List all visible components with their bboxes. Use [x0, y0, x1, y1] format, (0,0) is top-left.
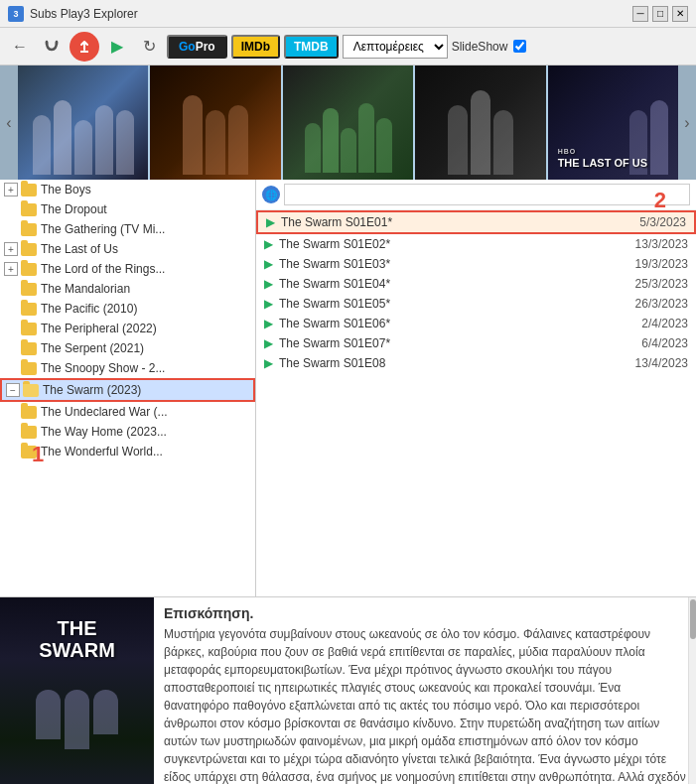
- tree-label-the-pacific: The Pacific (2010): [41, 302, 137, 316]
- tree-item-the-peripheral[interactable]: The Peripheral (2022): [0, 319, 255, 338]
- folder-icon-the-serpent: [21, 342, 37, 355]
- episode-name-s01e04: The Swarm S01E04*: [279, 277, 629, 291]
- figure-1: [36, 690, 61, 739]
- tree-label-the-way-home: The Way Home (2023...: [41, 425, 167, 439]
- episode-item-s01e06[interactable]: ▶The Swarm S01E06*2/4/2023: [256, 314, 696, 333]
- window-controls: ─ □ ✕: [632, 6, 688, 22]
- folder-icon-the-snoopy: [21, 362, 37, 375]
- episode-date-s01e06: 2/4/2023: [641, 317, 688, 330]
- magnet-icon: [43, 38, 61, 56]
- episode-item-s01e04[interactable]: ▶The Swarm S01E04*25/3/2023: [256, 274, 696, 294]
- play-button[interactable]: ▶: [103, 33, 131, 61]
- description-panel: THE SWARM Επισκόπηση. Μυστήρια γεγονότα …: [0, 596, 696, 784]
- tree-panel: +The BoysThe DropoutThe Gathering (TV Mi…: [0, 180, 256, 596]
- folder-icon-the-pacific: [21, 303, 37, 316]
- tree-label-the-dropout: The Dropout: [41, 202, 107, 216]
- close-button[interactable]: ✕: [672, 6, 688, 22]
- banner-images: HBO THE LAST OF US: [18, 65, 678, 180]
- tree-label-the-mandalorian: The Mandalorian: [41, 282, 130, 296]
- tree-expander-the-lord-of-the-rings[interactable]: +: [4, 262, 18, 276]
- episode-item-s01e08[interactable]: ▶The Swarm S01E0813/4/2023: [256, 353, 696, 373]
- gopro-button[interactable]: GoPro: [167, 35, 227, 59]
- folder-icon-the-dropout: [21, 203, 37, 216]
- tree-item-the-serpent[interactable]: The Serpent (2021): [0, 338, 255, 358]
- minimize-button[interactable]: ─: [632, 6, 648, 22]
- tree-item-the-swarm[interactable]: −The Swarm (2023): [0, 378, 255, 402]
- episode-date-s01e08: 13/4/2023: [635, 356, 688, 370]
- upload-button[interactable]: [70, 32, 99, 62]
- figure-2: [65, 690, 89, 749]
- tree-expander-the-swarm[interactable]: −: [6, 383, 20, 397]
- episode-item-s01e01[interactable]: ▶The Swarm S01E01*5/3/2023: [256, 210, 696, 234]
- show-thumbnail: THE SWARM: [0, 597, 154, 784]
- upload-icon: [76, 39, 92, 55]
- tree-item-the-wonderful-world[interactable]: The Wonderful World...: [0, 442, 255, 461]
- tree-item-the-mandalorian[interactable]: The Mandalorian: [0, 279, 255, 299]
- tree-item-the-boys[interactable]: +The Boys: [0, 180, 255, 199]
- search-bar: 🌐: [256, 180, 696, 210]
- tree-expander-the-wonderful-world: [4, 445, 18, 458]
- folder-icon-the-mandalorian: [21, 283, 37, 296]
- tmdb-button[interactable]: TMDB: [284, 35, 339, 59]
- episode-date-s01e01: 5/3/2023: [639, 215, 686, 229]
- tree-item-the-gathering[interactable]: The Gathering (TV Mi...: [0, 219, 255, 239]
- episode-date-s01e07: 6/4/2023: [641, 336, 688, 350]
- description-title: Επισκόπηση.: [164, 605, 686, 621]
- banner-image-2: [150, 65, 280, 180]
- banner-image-3: [283, 65, 413, 180]
- folder-icon-the-gathering: [21, 223, 37, 236]
- show-thumb-title: THE SWARM: [10, 617, 144, 661]
- banner-next-arrow[interactable]: ›: [678, 65, 696, 180]
- slideshow-checkbox[interactable]: [513, 40, 526, 53]
- tree-label-the-serpent: The Serpent (2021): [41, 341, 144, 355]
- episode-item-s01e05[interactable]: ▶The Swarm S01E05*26/3/2023: [256, 294, 696, 314]
- toolbar: ← ▶ ↻ GoPro IMDb TMDB Λεπτομέρειες Slide…: [0, 28, 696, 65]
- episode-list: ▶The Swarm S01E01*5/3/2023▶The Swarm S01…: [256, 210, 696, 596]
- tree-item-the-pacific[interactable]: The Pacific (2010): [0, 299, 255, 319]
- tree-item-the-dropout[interactable]: The Dropout: [0, 199, 255, 219]
- tree-label-the-last-of-us: The Last of Us: [41, 242, 118, 256]
- episode-name-s01e07: The Swarm S01E07*: [279, 336, 635, 350]
- magnet-button[interactable]: [38, 33, 66, 61]
- tree-item-the-undeclared-war[interactable]: The Undeclared War (...: [0, 402, 255, 422]
- episode-date-s01e05: 26/3/2023: [635, 297, 688, 311]
- tree-expander-the-boys[interactable]: +: [4, 183, 18, 196]
- search-input[interactable]: [284, 184, 690, 205]
- tree-label-the-snoopy: The Snoopy Show - 2...: [41, 361, 165, 375]
- refresh-button[interactable]: ↻: [135, 33, 163, 61]
- back-button[interactable]: ←: [6, 33, 34, 61]
- imdb-button[interactable]: IMDb: [231, 35, 280, 59]
- maximize-button[interactable]: □: [652, 6, 668, 22]
- folder-icon-the-undeclared-war: [21, 406, 37, 419]
- app-title: Subs Play3 Explorer: [30, 7, 138, 21]
- episode-item-s01e02[interactable]: ▶The Swarm S01E02*13/3/2023: [256, 234, 696, 254]
- tree-expander-the-last-of-us[interactable]: +: [4, 242, 18, 256]
- tree-label-the-lord-of-the-rings: The Lord of the Rings...: [41, 262, 165, 276]
- tree-label-the-undeclared-war: The Undeclared War (...: [41, 405, 168, 419]
- tree-label-the-swarm: The Swarm (2023): [43, 383, 141, 397]
- folder-icon-the-lord-of-the-rings: [21, 263, 37, 276]
- tree-label-the-peripheral: The Peripheral (2022): [41, 322, 157, 335]
- tree-expander-the-way-home: [4, 425, 18, 439]
- thumb-figures: [36, 690, 118, 749]
- episode-name-s01e05: The Swarm S01E05*: [279, 297, 629, 311]
- view-dropdown[interactable]: Λεπτομέρειες: [343, 35, 448, 59]
- episode-item-s01e07[interactable]: ▶The Swarm S01E07*6/4/2023: [256, 333, 696, 353]
- episode-date-s01e02: 13/3/2023: [635, 237, 688, 251]
- tree-item-the-snoopy[interactable]: The Snoopy Show - 2...: [0, 358, 255, 378]
- description-content: Επισκόπηση. Μυστήρια γεγονότα συμβαίνουν…: [154, 597, 696, 784]
- play-icon-s01e08: ▶: [264, 356, 273, 370]
- slideshow-label: SlideShow: [452, 40, 508, 54]
- episode-name-s01e08: The Swarm S01E08: [279, 356, 629, 370]
- description-scrollbar[interactable]: [688, 597, 696, 784]
- tree-item-the-lord-of-the-rings[interactable]: +The Lord of the Rings...: [0, 259, 255, 279]
- tree-item-the-last-of-us[interactable]: +The Last of Us: [0, 239, 255, 259]
- banner-image-4: [415, 65, 545, 180]
- gopro-go: Go: [179, 40, 196, 54]
- banner-prev-arrow[interactable]: ‹: [0, 65, 18, 180]
- tree-expander-the-gathering: [4, 222, 18, 236]
- tree-item-the-way-home[interactable]: The Way Home (2023...: [0, 422, 255, 442]
- play-icon-s01e06: ▶: [264, 317, 273, 330]
- tree-expander-the-serpent: [4, 341, 18, 355]
- episode-item-s01e03[interactable]: ▶The Swarm S01E03*19/3/2023: [256, 254, 696, 274]
